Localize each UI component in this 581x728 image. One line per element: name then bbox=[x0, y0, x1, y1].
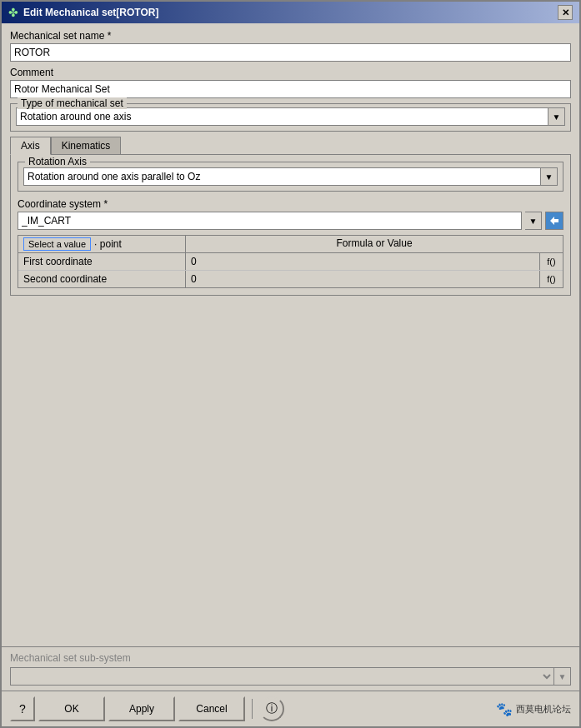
title-bar: ✤ Edit Mechanical set[ROTOR] ✕ bbox=[2, 2, 579, 23]
coord-system-row: _IM_CART ▼ bbox=[18, 212, 563, 230]
button-bar: ? OK Apply Cancel ⓘ 🐾 西莫电机论坛 bbox=[2, 691, 579, 726]
rotation-axis-select-row: Rotation around one axis parallel to Oz … bbox=[23, 167, 558, 186]
ok-button[interactable]: OK bbox=[38, 696, 105, 721]
first-coord-label: First coordinate bbox=[18, 254, 185, 269]
table-header: Select a value · point Formula or Value bbox=[18, 236, 563, 253]
logo-icon: 🐾 bbox=[496, 701, 513, 717]
subsystem-section: Mechanical set sub-system ▼ bbox=[2, 646, 579, 691]
mech-name-label: Mechanical set name * bbox=[10, 30, 571, 42]
apply-button[interactable]: Apply bbox=[108, 696, 175, 721]
main-dialog: ✤ Edit Mechanical set[ROTOR] ✕ Mechanica… bbox=[0, 0, 581, 728]
subsystem-select[interactable] bbox=[10, 667, 554, 686]
tabs-container: Axis Kinematics Rotation Axis Rotation a… bbox=[10, 137, 571, 296]
coord-system-dropdown-arrow[interactable]: ▼ bbox=[525, 212, 542, 230]
first-coord-value: 0 bbox=[186, 254, 539, 269]
dialog-title: Edit Mechanical set[ROTOR] bbox=[23, 7, 158, 18]
point-header-text: · point bbox=[94, 238, 122, 250]
second-coord-fx-button[interactable]: f() bbox=[539, 271, 563, 287]
second-coord-label: Second coordinate bbox=[18, 272, 185, 287]
rotation-axis-title: Rotation Axis bbox=[25, 156, 90, 167]
dialog-body: Mechanical set name * Comment Type of me… bbox=[2, 23, 579, 646]
comment-input[interactable] bbox=[10, 80, 571, 98]
table-row: First coordinate 0 f() bbox=[18, 253, 563, 271]
subsystem-select-row: ▼ bbox=[10, 667, 571, 686]
tab-kinematics[interactable]: Kinematics bbox=[51, 137, 122, 155]
subsystem-dropdown-arrow[interactable]: ▼ bbox=[554, 667, 571, 686]
rotation-axis-select[interactable]: Rotation around one axis parallel to Oz bbox=[23, 167, 541, 186]
select-value-button[interactable]: Select a value bbox=[23, 237, 91, 251]
rotation-axis-group: Rotation Axis Rotation around one axis p… bbox=[18, 162, 563, 192]
help-icon-button[interactable]: ? bbox=[10, 696, 35, 721]
body-spacer bbox=[10, 296, 571, 640]
coord-system-nav-button[interactable] bbox=[545, 212, 563, 230]
first-coord-fx-button[interactable]: f() bbox=[539, 253, 563, 270]
coord-system-label: Coordinate system * bbox=[18, 198, 563, 210]
tab-content-axis: Rotation Axis Rotation around one axis p… bbox=[10, 154, 571, 296]
info-button[interactable]: ⓘ bbox=[259, 696, 284, 721]
mech-name-input[interactable] bbox=[10, 43, 571, 62]
type-group: Type of mechanical set Rotation around o… bbox=[10, 103, 571, 132]
tab-list: Axis Kinematics bbox=[10, 137, 571, 155]
logo-text: 西莫电机论坛 bbox=[516, 703, 571, 716]
type-group-title: Type of mechanical set bbox=[18, 97, 127, 109]
type-select[interactable]: Rotation around one axis bbox=[16, 107, 548, 126]
type-select-row: Rotation around one axis ▼ bbox=[16, 107, 565, 126]
tab-axis[interactable]: Axis bbox=[10, 137, 51, 155]
title-icon: ✤ bbox=[8, 6, 18, 19]
close-button[interactable]: ✕ bbox=[558, 5, 573, 20]
button-separator bbox=[252, 699, 253, 719]
rotation-axis-dropdown-arrow[interactable]: ▼ bbox=[541, 167, 558, 186]
type-dropdown-arrow[interactable]: ▼ bbox=[548, 107, 565, 126]
cancel-button[interactable]: Cancel bbox=[178, 696, 245, 721]
coordinate-table: Select a value · point Formula or Value … bbox=[18, 235, 563, 288]
second-coord-value: 0 bbox=[186, 272, 539, 287]
logo-area: 🐾 西莫电机论坛 bbox=[496, 701, 571, 717]
coord-system-select[interactable]: _IM_CART bbox=[18, 212, 522, 230]
formula-header-text: Formula or Value bbox=[336, 237, 412, 249]
table-row: Second coordinate 0 f() bbox=[18, 271, 563, 287]
subsystem-label: Mechanical set sub-system bbox=[10, 652, 571, 664]
comment-label: Comment bbox=[10, 67, 571, 78]
svg-marker-0 bbox=[550, 217, 558, 225]
